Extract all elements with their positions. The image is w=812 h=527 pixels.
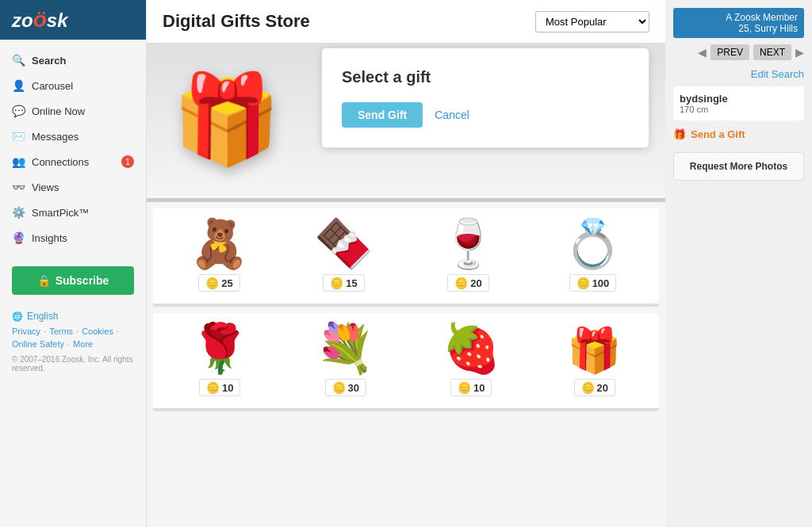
left-arrow-icon: ◀ <box>698 46 707 59</box>
bear-price: 🪙 25 <box>198 274 239 292</box>
connections-badge: 1 <box>121 155 134 168</box>
gift-item-wine[interactable]: 🍷 🪙 20 <box>439 220 498 292</box>
coin-icon: 🪙 <box>330 277 343 289</box>
sidebar-nav: 🔍 Search 👤 Carousel 💬 Online Now ✉️ Mess… <box>0 40 146 258</box>
location-label: 25, Surry Hills <box>738 23 798 34</box>
top-shelf: 🎁 Select a gift Send Gift Cancel <box>147 44 665 202</box>
rose-emoji: 🌹 <box>190 325 250 372</box>
cookies-link[interactable]: Cookies <box>82 327 113 336</box>
gift-item-chocolates[interactable]: 🍫 🪙 15 <box>314 220 373 292</box>
rose-price: 🪙 10 <box>199 379 240 396</box>
sidebar-item-label: SmartPick™ <box>32 207 89 219</box>
privacy-link[interactable]: Privacy <box>12 327 40 336</box>
sidebar-item-carousel[interactable]: 👤 Carousel <box>0 73 146 98</box>
coin-icon: 🪙 <box>205 277 219 289</box>
sidebar-item-search[interactable]: 🔍 Search <box>0 48 146 73</box>
request-photos-button[interactable]: Request More Photos <box>673 152 804 181</box>
gift-item-ring[interactable]: 💍 🪙 100 <box>563 220 622 292</box>
gift-item-heart-box[interactable]: 🎁 🪙 20 <box>567 329 622 396</box>
carousel-icon: 👤 <box>12 79 25 92</box>
gift-item-bear[interactable]: 🧸 🪙 25 <box>190 220 249 292</box>
heart-box-price-value: 20 <box>597 382 608 394</box>
language-icon: 🌐 <box>12 311 23 322</box>
select-gift-modal: Select a gift Send Gift Cancel <box>321 48 649 148</box>
gift-side-icon: 🎁 <box>673 128 686 140</box>
sidebar: zoösk 🔍 Search 👤 Carousel 💬 Online Now ✉… <box>0 0 147 527</box>
edit-search-button[interactable]: Edit Search <box>673 68 804 80</box>
strawberry-price: 🪙 10 <box>450 379 492 396</box>
messages-icon: ✉️ <box>12 130 25 143</box>
profile-name: bydsingle <box>680 93 798 105</box>
gift-item-bouquet[interactable]: 💐 🪙 30 <box>316 325 375 396</box>
gift-store-header: Digital Gifts Store Most Popular Newest … <box>147 0 665 44</box>
profile-snippet: bydsingle 170 cm <box>673 86 804 120</box>
cancel-button[interactable]: Cancel <box>435 109 469 121</box>
send-gift-button[interactable]: Send Gift <box>342 102 423 128</box>
sidebar-item-messages[interactable]: ✉️ Messages <box>0 124 146 149</box>
right-arrow-icon: ▶ <box>795 46 804 59</box>
bouquet-emoji: 💐 <box>316 325 375 372</box>
more-link[interactable]: More <box>73 339 93 349</box>
views-icon: 👓 <box>12 181 25 193</box>
gift-item-strawberry[interactable]: 🍓 🪙 10 <box>442 325 501 396</box>
modal-title: Select a gift <box>342 68 629 86</box>
profile-height: 170 cm <box>680 105 798 114</box>
terms-link[interactable]: Terms <box>49 327 73 336</box>
right-panel: A Zoosk Member 25, Surry Hills ◀ PREV NE… <box>665 0 812 527</box>
shelf-1-row: 🧸 🪙 25 🍫 🪙 15 🍷 🪙 20 <box>165 220 647 292</box>
subscribe-button[interactable]: 🔒 Subscribe <box>12 266 134 295</box>
sort-select[interactable]: Most Popular Newest Price: Low to High P… <box>535 11 649 32</box>
coin-icon: 🪙 <box>206 381 220 394</box>
sidebar-item-label: Online Now <box>32 105 85 117</box>
online-icon: 💬 <box>12 105 25 117</box>
prev-button[interactable]: PREV <box>710 44 749 60</box>
selected-gift-display: 🎁 <box>163 55 289 182</box>
connections-icon: 👥 <box>12 155 25 168</box>
strawberry-emoji: 🍓 <box>442 325 501 372</box>
lock-icon: 🔒 <box>37 274 51 287</box>
chocolates-emoji: 🍫 <box>314 220 373 268</box>
sidebar-footer: 🌐 English Privacy · Terms · Cookies · On… <box>0 303 146 380</box>
heart-box-price: 🪙 20 <box>574 379 615 396</box>
heart-box-emoji: 🎁 <box>567 329 622 372</box>
sidebar-item-online-now[interactable]: 💬 Online Now <box>0 98 146 124</box>
nav-arrows: ◀ PREV NEXT ▶ <box>673 44 804 60</box>
smartpick-icon: ⚙️ <box>12 206 25 219</box>
member-label: A Zoosk Member <box>726 12 798 23</box>
sidebar-item-label: Views <box>32 181 59 193</box>
gift-item-rose[interactable]: 🌹 🪙 10 <box>190 325 250 396</box>
wine-price: 🪙 20 <box>447 274 488 292</box>
bouquet-price: 🪙 30 <box>325 379 366 396</box>
subscribe-label: Subscribe <box>56 274 109 287</box>
bear-emoji: 🧸 <box>190 220 249 268</box>
coin-icon: 🪙 <box>576 277 590 289</box>
footer-links: Privacy · Terms · Cookies · Online Safet… <box>12 327 134 349</box>
bear-price-value: 25 <box>221 277 232 289</box>
ring-price: 🪙 100 <box>569 274 617 292</box>
sidebar-item-views[interactable]: 👓 Views <box>0 174 146 200</box>
sidebar-item-smartpick[interactable]: ⚙️ SmartPick™ <box>0 200 146 225</box>
member-header: A Zoosk Member 25, Surry Hills <box>673 8 804 38</box>
sidebar-item-label: Search <box>32 55 66 67</box>
sidebar-item-label: Insights <box>32 232 67 244</box>
gift-store: Digital Gifts Store Most Popular Newest … <box>147 0 665 527</box>
online-safety-link[interactable]: Online Safety <box>12 339 64 349</box>
gift-box-display: 🎁 <box>172 75 281 162</box>
send-gift-side-button[interactable]: 🎁 Send a Gift <box>673 128 804 140</box>
ring-emoji: 💍 <box>563 220 622 268</box>
wine-emoji: 🍷 <box>439 220 498 268</box>
logo-text: zoösk <box>12 7 67 32</box>
chocolates-price-value: 15 <box>346 277 357 289</box>
shelf-2: 🌹 🪙 10 💐 🪙 30 🍓 🪙 10 <box>153 313 659 411</box>
wine-price-value: 20 <box>470 277 481 289</box>
gift-store-title: Digital Gifts Store <box>163 11 310 32</box>
sidebar-item-insights[interactable]: 🔮 Insights <box>0 225 146 250</box>
insights-icon: 🔮 <box>12 231 25 244</box>
copyright-text: © 2007–2016 Zoosk, Inc. All rights reser… <box>12 355 134 372</box>
sidebar-item-connections[interactable]: 👥 Connections 1 <box>0 149 146 174</box>
sidebar-logo: zoösk <box>0 0 146 40</box>
shelf-2-row: 🌹 🪙 10 💐 🪙 30 🍓 🪙 10 <box>165 325 647 396</box>
coin-icon: 🪙 <box>581 381 595 394</box>
sidebar-item-label: Carousel <box>32 80 73 92</box>
next-button[interactable]: NEXT <box>753 44 791 60</box>
